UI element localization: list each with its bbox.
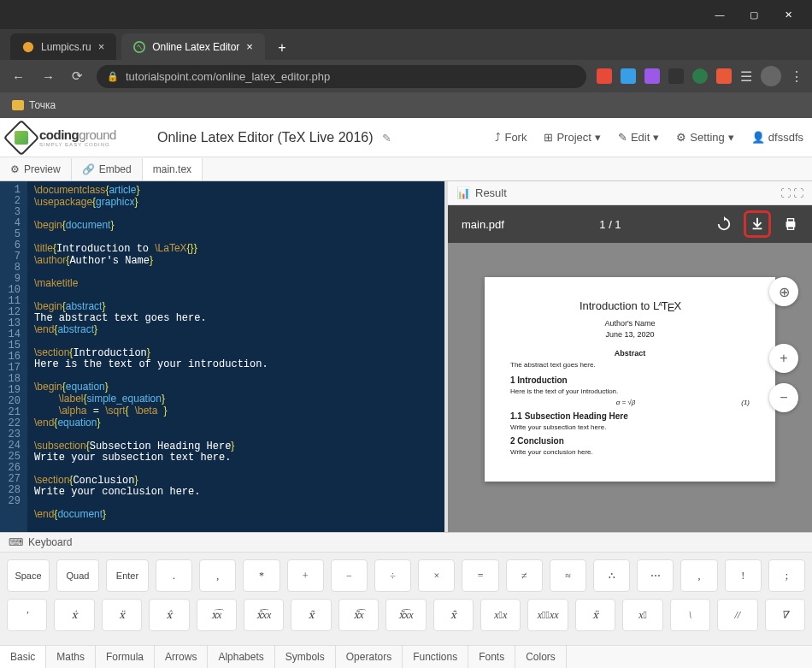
bookmarks-bar: Точка <box>0 92 812 118</box>
edit-title-icon[interactable]: ✎ <box>382 132 391 145</box>
kb-key[interactable]: ′ <box>7 599 47 631</box>
kb-key[interactable]: , <box>199 559 236 592</box>
kb-key[interactable]: x̃͡xx <box>385 599 426 631</box>
profile-avatar[interactable] <box>761 66 781 86</box>
url-input[interactable]: 🔒 tutorialspoint.com/online_latex_editor… <box>97 65 586 88</box>
kb-key[interactable]: ÷ <box>374 559 411 592</box>
kb-key[interactable]: x͡x <box>197 599 237 631</box>
expand-icons[interactable]: ⛶ ⛶ <box>780 187 803 199</box>
close-tab-icon[interactable]: × <box>246 40 253 53</box>
kb-key[interactable]: . <box>156 559 192 592</box>
edit-menu[interactable]: ✎Edit▾ <box>618 131 659 144</box>
doc-title: Introduction to LATEX <box>510 299 750 314</box>
kb-category-tab[interactable]: Arrows <box>155 646 208 668</box>
setting-menu[interactable]: ⚙Setting▾ <box>676 131 733 144</box>
kb-key[interactable]: ! <box>725 559 762 592</box>
browser-tab-lumpics[interactable]: Lumpics.ru × <box>10 33 116 60</box>
print-icon[interactable] <box>783 216 798 232</box>
code-pane[interactable]: 1 2 3 4 5 6 7 8 9 10 11 12 13 14 15 16 1… <box>0 181 444 532</box>
kb-key[interactable]: − <box>331 559 368 592</box>
kb-category-tab[interactable]: Colors <box>515 646 567 668</box>
kb-key[interactable]: x̃͡x <box>338 599 379 631</box>
menu-icon[interactable]: ⋮ <box>790 68 803 85</box>
kb-key[interactable]: ẋ <box>54 599 94 631</box>
kb-key[interactable]: ; <box>768 559 805 592</box>
section-heading: 2 Conclusion <box>510 436 750 446</box>
reading-list-icon[interactable]: ☰ <box>740 68 752 85</box>
kb-key[interactable]: x̄͞xx <box>527 599 568 631</box>
kb-key[interactable]: , <box>680 559 717 592</box>
pdf-toolbar: main.pdf 1 / 1 <box>448 205 812 243</box>
user-menu[interactable]: 👤dfssdfs <box>751 131 803 144</box>
kb-category-tab[interactable]: Operators <box>336 646 403 668</box>
kb-key[interactable]: ẍ <box>575 599 615 631</box>
kb-key[interactable]: ≠ <box>506 559 543 592</box>
forward-button[interactable]: → <box>38 66 58 87</box>
zoom-in-button[interactable]: + <box>769 344 798 373</box>
kb-key[interactable]: ≈ <box>550 559 586 592</box>
browser-tab-latex[interactable]: Online Latex Editor × <box>121 33 265 60</box>
zoom-out-button[interactable]: − <box>769 383 798 412</box>
project-menu[interactable]: ⊞Project▾ <box>544 131 600 144</box>
kb-category-tab[interactable]: Fonts <box>468 646 515 668</box>
tab-title: Lumpics.ru <box>41 41 91 53</box>
ext-icon[interactable] <box>644 68 660 84</box>
kb-key[interactable]: + <box>287 559 324 592</box>
kb-key[interactable]: // <box>717 599 757 631</box>
tab-title: Online Latex Editor <box>152 41 239 53</box>
logo-tagline: SIMPLY EASY CODING <box>39 142 116 147</box>
fit-button[interactable]: ⊕ <box>769 277 798 306</box>
file-tab[interactable]: main.tex <box>143 158 203 180</box>
kb-key[interactable]: × <box>418 559 455 592</box>
ext-icon[interactable] <box>621 68 636 84</box>
kb-key[interactable]: Quad <box>56 559 99 592</box>
kb-key[interactable]: = <box>462 559 498 592</box>
browser-addressbar: ← → ⟳ 🔒 tutorialspoint.com/online_latex_… <box>0 60 812 92</box>
ext-icon[interactable] <box>668 68 684 84</box>
section-text: Write your conclusion here. <box>510 448 750 456</box>
kb-key[interactable]: x̂ <box>149 599 189 631</box>
kb-key[interactable]: Enter <box>106 559 149 592</box>
kb-key[interactable]: Space <box>7 559 50 592</box>
new-tab-button[interactable]: + <box>270 36 294 60</box>
kb-key[interactable]: x̄ <box>433 599 474 631</box>
kb-key[interactable]: ⋯ <box>637 559 674 592</box>
kb-key[interactable]: ∇ <box>765 599 805 631</box>
kb-category-tab[interactable]: Alphabets <box>208 646 274 668</box>
kb-key[interactable]: x̃ <box>291 599 331 631</box>
kb-key[interactable]: * <box>243 559 279 592</box>
keyboard-row: SpaceQuadEnter.,*+−÷×=≠≈∴⋯,!; <box>7 559 805 592</box>
ext-icon[interactable] <box>692 68 708 84</box>
kb-key[interactable]: ∴ <box>593 559 630 592</box>
ext-icon[interactable] <box>716 68 732 84</box>
kb-category-tab[interactable]: Symbols <box>275 646 336 668</box>
kb-category-tab[interactable]: Basic <box>0 646 46 668</box>
minimize-button[interactable]: — <box>703 3 737 27</box>
rotate-icon[interactable] <box>716 216 732 232</box>
close-tab-icon[interactable]: × <box>98 40 105 53</box>
reload-button[interactable]: ⟳ <box>68 65 86 87</box>
download-button[interactable] <box>744 210 771 238</box>
kb-key[interactable]: x̂͡xx <box>244 599 284 631</box>
back-button[interactable]: ← <box>9 66 28 87</box>
code-content[interactable]: \documentclass{article} \usepackage{grap… <box>27 181 444 532</box>
kb-key[interactable]: x͞x <box>480 599 521 631</box>
kb-category-tab[interactable]: Maths <box>46 646 96 668</box>
bookmark-item[interactable]: Точка <box>12 99 56 111</box>
kb-key[interactable]: \ <box>670 599 710 631</box>
preview-tab[interactable]: ⚙Preview <box>0 158 72 180</box>
pdf-viewport[interactable]: Introduction to LATEX Author's Name June… <box>448 243 812 532</box>
keyboard-header[interactable]: ⌨ Keyboard <box>0 532 812 553</box>
kb-category-tab[interactable]: Functions <box>403 646 468 668</box>
kb-category-tab[interactable]: Formula <box>96 646 155 668</box>
ext-icon[interactable] <box>597 68 612 84</box>
maximize-button[interactable]: ▢ <box>737 3 771 27</box>
embed-tab[interactable]: 🔗Embed <box>72 158 143 180</box>
app-logo[interactable]: codingground SIMPLY EASY CODING <box>9 125 145 151</box>
kb-key[interactable]: x⃗ <box>622 599 662 631</box>
fork-button[interactable]: ⤴Fork <box>495 131 527 144</box>
close-window-button[interactable]: ✕ <box>771 3 805 27</box>
gears-icon: ⚙ <box>10 163 20 175</box>
chart-icon: 📊 <box>456 186 470 199</box>
kb-key[interactable]: ẍ <box>102 599 142 631</box>
